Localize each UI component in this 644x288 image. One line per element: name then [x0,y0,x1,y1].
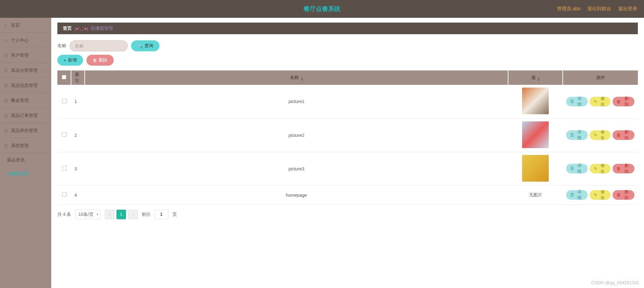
pagesize-select[interactable]: 10条/页 [75,210,100,219]
row-name: picture2 [85,118,508,152]
sidebar-item-home[interactable]: ⌂首页 [0,18,51,33]
edit-icon: ✎ [594,133,597,138]
row-checkbox[interactable] [62,166,67,170]
col-header-check [57,70,71,85]
row-value: 无图片 [508,185,563,205]
sidebar-item-users[interactable]: ☰用户管理 ⌄ [0,48,51,63]
dish-icon: ☰ [4,83,9,88]
sidebar-item-profile[interactable]: ☺个人中心 ⌄ [0,33,51,48]
goto-page-input[interactable] [155,210,168,219]
edit-icon: ✎ [594,99,597,104]
pagination: 共 4 条 10条/页 ‹ 1 › 前往 页 [51,205,644,224]
watermark: CSDN @qq_834251331 [591,280,639,285]
search-toolbar: 名称 🔍 查询 [51,34,644,55]
header: 餐厅点餐系统 管理员 abo 退出到前台 退出登录 [0,0,644,18]
bulk-delete-button[interactable]: 🗑 删除 [86,55,114,66]
select-all-checkbox[interactable] [62,75,66,79]
sidebar-item-review[interactable]: ☰菜品评价管理 ⌄ [0,123,51,138]
home-icon: ⌂ [4,23,9,28]
review-icon: ☰ [4,128,9,133]
delete-button[interactable]: 🗑 删除 [613,190,634,200]
edit-button[interactable]: ✎ 修改 [590,164,611,173]
table-icon: ☰ [4,98,9,103]
logout-link[interactable]: 退出登录 [618,6,637,12]
detail-icon: ☰ [570,193,574,197]
page-number-button[interactable]: 1 [116,210,126,219]
table-row: 1 picture1 ☰ 详情 ✎ 修改 🗑 删除 [57,85,638,118]
chevron-down-icon: ⌄ [44,114,47,117]
sidebar-item-system[interactable]: ☰系统管理 ⌄ [0,138,51,153]
prev-page-button[interactable]: ‹ [105,210,114,219]
col-header-value[interactable]: 值 ▴▾ [508,70,563,85]
chevron-down-icon: ⌄ [44,68,47,72]
sidebar-item-order[interactable]: ☰菜品订单管理 ⌄ [0,108,51,123]
chevron-down-icon: ⌄ [44,38,47,42]
trash-icon: 🗑 [617,133,621,138]
table-row: 2 picture2 ☰ 详情 ✎ 修改 🗑 删除 [57,118,638,152]
sidebar-item-table[interactable]: ☰餐桌管理 ⌄ [0,93,51,108]
row-checkbox[interactable] [62,132,67,137]
detail-button[interactable]: ☰ 详情 [566,97,588,106]
sidebar-subitem-news[interactable]: 菜品资讯 [0,153,51,167]
col-header-ops: 操作 [563,70,638,85]
chevron-down-icon: ⌄ [44,144,47,147]
sidebar-subitem-carousel[interactable]: 轮播图管理 [0,167,51,181]
row-index: 2 [71,118,85,152]
row-name: picture3 [85,152,508,185]
data-table: 索引 名称 ▴▾ 值 ▴▾ 操作 1 picture1 [57,70,638,205]
sidebar-item-category[interactable]: ☰菜品分类管理 ⌄ [0,63,51,78]
order-icon: ☰ [4,113,9,118]
goto-suffix: 页 [172,211,177,218]
detail-button[interactable]: ☰ 详情 [566,164,588,173]
row-index: 4 [71,185,85,205]
trash-icon: 🗑 [617,99,621,104]
sidebar: ⌂首页 ☺个人中心 ⌄ ☰用户管理 ⌄ ☰菜品分类管理 ⌄ ☰菜品信息管理 ⌄ … [0,18,51,288]
detail-button[interactable]: ☰ 详情 [566,190,588,200]
table-row: 3 picture3 ☰ 详情 ✎ 修改 🗑 删除 [57,152,638,185]
row-name: homepage [85,185,508,205]
add-button[interactable]: + 新增 [57,55,83,66]
sidebar-item-dish[interactable]: ☰菜品信息管理 ⌄ [0,78,51,93]
row-checkbox[interactable] [62,99,67,103]
row-checkbox[interactable] [62,192,67,197]
edit-button[interactable]: ✎ 修改 [590,130,611,140]
row-value [508,152,563,185]
admin-link[interactable]: 管理员 abo [557,6,580,12]
edit-button[interactable]: ✎ 修改 [590,190,611,200]
header-right: 管理员 abo 退出到前台 退出登录 [557,6,637,12]
row-index: 1 [71,85,85,118]
next-page-button[interactable]: › [128,210,138,219]
search-input[interactable] [70,40,128,51]
chevron-down-icon: ⌄ [44,99,47,102]
goto-prefix: 前往 [142,211,151,218]
category-icon: ☰ [4,68,9,73]
detail-icon: ☰ [570,99,574,104]
chevron-down-icon: ⌄ [44,83,47,87]
search-label: 名称 [57,43,66,49]
delete-button[interactable]: 🗑 删除 [613,130,634,140]
row-value [508,85,563,118]
plus-icon: + [64,58,66,63]
delete-button[interactable]: 🗑 删除 [613,164,634,173]
breadcrumb-home[interactable]: 首页 [63,25,72,31]
edit-button[interactable]: ✎ 修改 [590,97,611,106]
chevron-down-icon: ⌄ [44,129,47,132]
thumbnail-image [522,88,549,114]
row-index: 3 [71,152,85,185]
edit-icon: ✎ [594,166,597,171]
edit-icon: ✎ [594,193,597,197]
col-header-name[interactable]: 名称 ▴▾ [85,70,508,85]
detail-icon: ☰ [570,133,574,138]
exit-front-link[interactable]: 退出到前台 [587,6,611,12]
trash-icon: 🗑 [93,58,97,63]
users-icon: ☰ [4,53,9,58]
detail-button[interactable]: ☰ 详情 [566,130,588,140]
detail-icon: ☰ [570,166,574,171]
delete-button[interactable]: 🗑 删除 [613,97,634,106]
search-button[interactable]: 🔍 查询 [131,40,159,51]
breadcrumb-separator: (●'◡'●) [74,26,88,31]
system-icon: ☰ [4,143,9,148]
row-name: picture1 [85,85,508,118]
table-row: 4 homepage 无图片 ☰ 详情 ✎ 修改 🗑 删除 [57,185,638,205]
breadcrumb-current: 轮播图管理 [91,25,113,31]
